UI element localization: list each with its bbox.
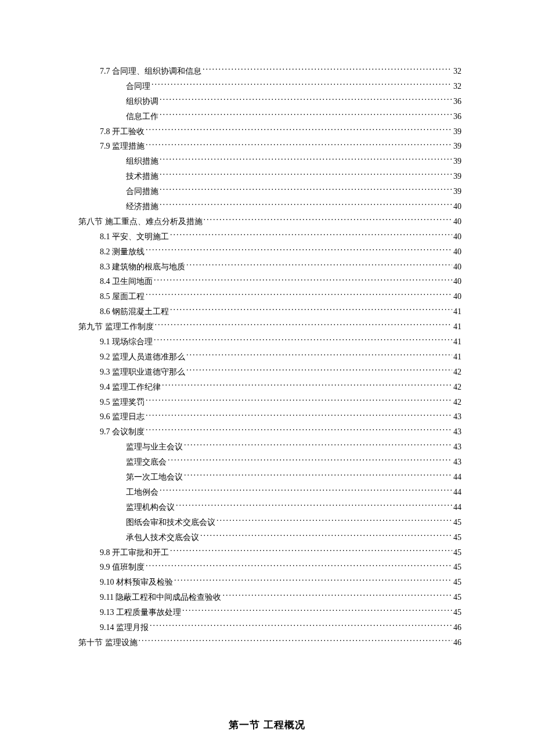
toc-entry-page: 41 bbox=[453, 350, 461, 365]
toc-leader-dots bbox=[160, 201, 452, 209]
toc-leader-dots bbox=[160, 111, 452, 119]
toc-leader-dots bbox=[146, 246, 452, 254]
toc-entry-label: 9.4 监理工作纪律 bbox=[100, 380, 161, 395]
toc-row[interactable]: 技术措施39 bbox=[73, 169, 461, 184]
toc-row[interactable]: 第八节 施工重点、难点分析及措施40 bbox=[73, 214, 461, 229]
toc-entry-page: 44 bbox=[453, 500, 461, 515]
toc-row[interactable]: 7.9 监理措施39 bbox=[73, 139, 461, 154]
toc-row[interactable]: 9.9 值班制度45 bbox=[73, 560, 461, 575]
toc-row[interactable]: 9.2 监理人员道德准那么 41 bbox=[73, 350, 461, 365]
toc-leader-dots bbox=[139, 637, 453, 645]
toc-entry-label: 8.2 测量放线 bbox=[100, 244, 145, 260]
toc-entry-page: 40 bbox=[453, 229, 461, 244]
toc-row[interactable]: 9.4 监理工作纪律42 bbox=[73, 380, 461, 395]
toc-row[interactable]: 承包人技术交底会议45 bbox=[73, 530, 461, 545]
toc-entry-page: 39 bbox=[453, 154, 461, 169]
toc-leader-dots bbox=[154, 276, 452, 284]
toc-leader-dots bbox=[160, 186, 452, 194]
toc-entry-page: 42 bbox=[453, 365, 461, 380]
toc-entry-label: 合同措施 bbox=[126, 184, 158, 199]
toc-row[interactable]: 监理交底会43 bbox=[73, 455, 461, 470]
toc-entry-page: 36 bbox=[453, 94, 461, 109]
toc-entry-page: 40 bbox=[453, 214, 461, 229]
toc-entry-label: 信息工作 bbox=[126, 109, 158, 124]
toc-entry-page: 46 bbox=[453, 620, 461, 635]
toc-row[interactable]: 图纸会审和技术交底会议45 bbox=[73, 515, 461, 530]
toc-entry-page: 45 bbox=[453, 605, 461, 620]
toc-row[interactable]: 第一次工地会议44 bbox=[73, 470, 461, 485]
toc-row[interactable]: 9.14 监理月报46 bbox=[73, 620, 461, 635]
toc-row[interactable]: 9.10 材料预审及检验45 bbox=[73, 575, 461, 590]
toc-entry-page: 40 bbox=[453, 244, 461, 260]
toc-row[interactable]: 9.7 会议制度43 bbox=[73, 424, 461, 440]
toc-leader-dots bbox=[182, 607, 452, 615]
toc-row[interactable]: 合同措施39 bbox=[73, 184, 461, 199]
toc-entry-page: 42 bbox=[453, 395, 461, 410]
toc-row[interactable]: 信息工作36 bbox=[73, 109, 461, 124]
toc-row[interactable]: 8.5 屋面工程40 bbox=[73, 289, 461, 304]
toc-leader-dots bbox=[174, 577, 452, 585]
toc-entry-page: 39 bbox=[453, 184, 461, 199]
toc-row[interactable]: 8.2 测量放线40 bbox=[73, 244, 461, 260]
toc-entry-label: 8.4 卫生间地面 bbox=[100, 274, 153, 289]
toc-entry-label: 9.2 监理人员道德准那么 bbox=[100, 350, 185, 365]
toc-row[interactable]: 工地例会44 bbox=[73, 485, 461, 500]
toc-entry-label: 监理与业主会议 bbox=[126, 440, 183, 455]
toc-leader-dots bbox=[146, 397, 452, 405]
toc-leader-dots bbox=[146, 141, 452, 149]
toc-entry-label: 第八节 施工重点、难点分析及措施 bbox=[78, 214, 203, 229]
toc-entry-page: 36 bbox=[453, 109, 461, 124]
toc-entry-label: 9.8 开工审批和开工 bbox=[100, 545, 169, 560]
toc-entry-page: 40 bbox=[453, 199, 461, 214]
toc-entry-page: 45 bbox=[453, 590, 461, 605]
toc-entry-label: 7.8 开工验收 bbox=[100, 124, 145, 139]
toc-entry-page: 39 bbox=[453, 139, 461, 154]
toc-entry-page: 44 bbox=[453, 485, 461, 500]
toc-entry-label: 9.6 监理日志 bbox=[100, 409, 145, 424]
toc-leader-dots bbox=[160, 156, 452, 164]
toc-row[interactable]: 8.4 卫生间地面40 bbox=[73, 274, 461, 289]
toc-entry-label: 7.7 合同理、组织协调和信息 bbox=[100, 64, 201, 79]
toc-entry-label: 7.9 监理措施 bbox=[100, 139, 145, 154]
toc-row[interactable]: 9.13 工程质量事故处理45 bbox=[73, 605, 461, 620]
toc-entry-label: 9.1 现场综合理 bbox=[100, 334, 153, 350]
toc-row[interactable]: 8.3 建筑物的根底与地质40 bbox=[73, 260, 461, 275]
toc-leader-dots bbox=[146, 561, 452, 570]
toc-row[interactable]: 经济措施40 bbox=[73, 199, 461, 214]
toc-row[interactable]: 组织措施39 bbox=[73, 154, 461, 169]
toc-leader-dots bbox=[176, 502, 452, 510]
toc-row[interactable]: 9.5 监理奖罚42 bbox=[73, 395, 461, 410]
toc-row[interactable]: 组织协调36 bbox=[73, 94, 461, 109]
toc-leader-dots bbox=[170, 306, 452, 314]
toc-row[interactable]: 9.6 监理日志43 bbox=[73, 409, 461, 424]
toc-entry-label: 监理交底会 bbox=[126, 455, 167, 470]
toc-row[interactable]: 监理机构会议44 bbox=[73, 500, 461, 515]
toc-entry-label: 图纸会审和技术交底会议 bbox=[126, 515, 215, 530]
toc-row[interactable]: 监理与业主会议43 bbox=[73, 440, 461, 455]
toc-entry-label: 经济措施 bbox=[126, 199, 158, 214]
toc-row[interactable]: 7.8 开工验收39 bbox=[73, 124, 461, 139]
toc-row[interactable]: 8.6 钢筋混凝土工程41 bbox=[73, 304, 461, 319]
toc-row[interactable]: 9.3 监理职业道德守那么 42 bbox=[73, 365, 461, 380]
toc-row[interactable]: 7.7 合同理、组织协调和信息32 bbox=[73, 64, 461, 79]
toc-entry-label: 9.3 监理职业道德守那么 bbox=[100, 365, 185, 380]
toc-leader-dots bbox=[162, 381, 452, 390]
toc-entry-label: 第十节 监理设施 bbox=[78, 635, 138, 650]
toc-leader-dots bbox=[146, 426, 452, 434]
toc-entry-page: 32 bbox=[453, 64, 461, 79]
toc-row[interactable]: 9.8 开工审批和开工45 bbox=[73, 545, 461, 560]
toc-entry-page: 43 bbox=[453, 409, 461, 424]
toc-entry-page: 40 bbox=[453, 289, 461, 304]
toc-row[interactable]: 合同理32 bbox=[73, 79, 461, 94]
toc-leader-dots bbox=[168, 456, 452, 465]
toc-entry-page: 32 bbox=[453, 79, 461, 94]
toc-leader-dots bbox=[184, 441, 452, 449]
toc-row[interactable]: 第十节 监理设施46 bbox=[73, 635, 461, 650]
toc-entry-page: 40 bbox=[453, 260, 461, 275]
toc-row[interactable]: 9.11 隐蔽工程和中间成品检查验收45 bbox=[73, 590, 461, 605]
toc-leader-dots bbox=[222, 592, 452, 600]
toc-row[interactable]: 8.1 平安、文明施工40 bbox=[73, 229, 461, 244]
toc-row[interactable]: 第九节 监理工作制度41 bbox=[73, 319, 461, 334]
toc-entry-page: 45 bbox=[453, 545, 461, 560]
toc-row[interactable]: 9.1 现场综合理41 bbox=[73, 334, 461, 350]
